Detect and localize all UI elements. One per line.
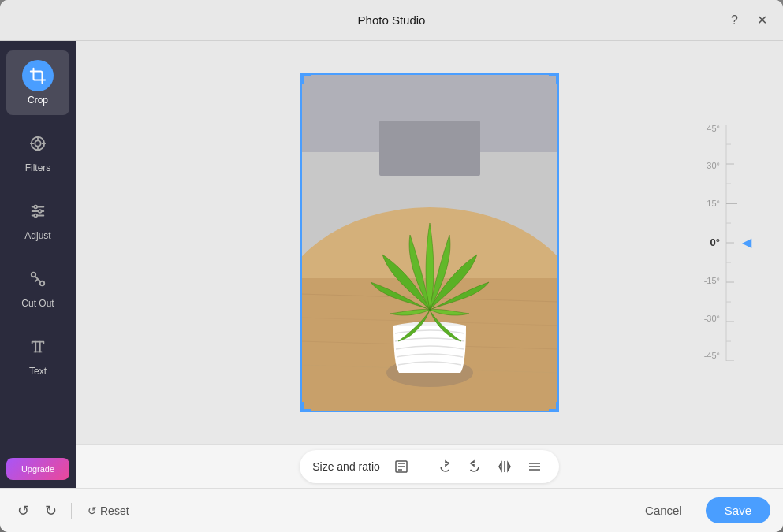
rotate-ccw-icon — [468, 459, 482, 474]
size-ratio-button[interactable] — [390, 455, 413, 478]
reset-label: Reset — [100, 504, 129, 517]
text-icon — [29, 338, 47, 355]
align-button[interactable] — [523, 455, 546, 478]
app-window: Photo Studio ? ✕ Crop — [0, 0, 783, 532]
flip-h-button[interactable] — [493, 455, 516, 478]
sidebar: Crop Filters — [0, 41, 76, 488]
rotate-ccw-button[interactable] — [463, 455, 487, 478]
ruler-label-45: 45° — [707, 125, 720, 133]
title-bar: Photo Studio ? ✕ — [0, 0, 783, 41]
reset-button[interactable]: ↺ Reset — [81, 500, 136, 522]
align-icon — [528, 459, 542, 474]
sidebar-item-filters[interactable]: Filters — [6, 118, 69, 183]
undo-button[interactable]: ↺ — [13, 497, 34, 524]
svg-point-11 — [34, 214, 37, 218]
image-container[interactable] — [300, 73, 559, 412]
reset-icon: ↺ — [88, 504, 97, 517]
svg-point-10 — [39, 210, 42, 213]
save-button[interactable]: Save — [706, 497, 770, 523]
adjust-icon-container — [22, 195, 54, 227]
sidebar-item-text[interactable]: Text — [6, 322, 69, 386]
text-icon-container — [22, 331, 54, 363]
upgrade-button[interactable]: Upgrade — [6, 458, 69, 480]
ruler-container: 45° 30° 15° 0° -15° -30° -45° — [704, 125, 751, 361]
canvas-workspace: 45° 30° 15° 0° -15° -30° -45° — [76, 41, 783, 444]
rotate-cw-icon — [438, 459, 452, 474]
ruler-pointer: ◀ — [742, 235, 751, 250]
ruler-label-15: 15° — [707, 199, 720, 208]
sidebar-item-adjust[interactable]: Adjust — [6, 186, 69, 251]
ruler-label-30: 30° — [707, 162, 720, 170]
svg-rect-23 — [379, 121, 480, 176]
sidebar-item-cutout[interactable]: Cut Out — [6, 254, 69, 318]
ruler-label-n45: -45° — [704, 352, 720, 360]
cutout-icon — [29, 270, 47, 288]
bottom-toolbar: Size and ratio — [76, 444, 783, 488]
help-button[interactable]: ? — [728, 10, 741, 31]
sidebar-label-text: Text — [29, 366, 47, 377]
action-bar: ↺ ↻ ↺ Reset Cancel Save — [0, 488, 783, 532]
action-divider — [71, 503, 72, 519]
action-right: Cancel Save — [629, 497, 770, 523]
sidebar-label-filters: Filters — [25, 162, 51, 173]
flip-h-icon — [498, 459, 512, 474]
close-button[interactable]: ✕ — [754, 9, 770, 31]
sidebar-item-crop[interactable]: Crop — [6, 50, 69, 115]
sidebar-label-adjust: Adjust — [24, 230, 50, 241]
sidebar-bottom: Upgrade — [0, 450, 76, 488]
app-title: Photo Studio — [358, 13, 426, 27]
size-ratio-label: Size and ratio — [312, 460, 380, 473]
cancel-button[interactable]: Cancel — [629, 497, 698, 523]
action-left: ↺ ↻ ↺ Reset — [13, 497, 136, 524]
title-bar-controls: ? ✕ — [728, 9, 770, 31]
sidebar-label-cutout: Cut Out — [21, 298, 54, 309]
filters-icon-container — [22, 128, 54, 159]
svg-point-9 — [34, 206, 37, 209]
ruler-label-n30: -30° — [704, 314, 720, 323]
cutout-icon-container — [22, 263, 54, 295]
image-svg — [300, 73, 559, 412]
size-ratio-icon — [394, 459, 408, 474]
ruler-scale: 45° 30° 15° 0° -15° -30° -45° — [704, 125, 720, 361]
crop-icon-container — [22, 60, 54, 91]
rotate-cw-button[interactable] — [433, 455, 457, 478]
adjust-icon — [29, 203, 47, 220]
toolbar-divider-1 — [423, 457, 423, 476]
filters-icon — [29, 135, 47, 152]
sidebar-label-crop: Crop — [28, 95, 48, 106]
toolbar-main: Size and ratio — [300, 450, 559, 483]
ruler-label-n15: -15° — [704, 277, 720, 285]
canvas-area: 45° 30° 15° 0° -15° -30° -45° — [76, 41, 783, 488]
redo-button[interactable]: ↻ — [40, 497, 62, 524]
crop-icon — [29, 67, 47, 84]
image-display — [300, 73, 559, 412]
ruler-ticks-svg — [725, 125, 737, 361]
ruler-label-0: 0° — [710, 237, 720, 247]
main-content: Crop Filters — [0, 41, 783, 488]
ruler-ticks — [725, 125, 737, 361]
svg-point-1 — [35, 140, 40, 146]
